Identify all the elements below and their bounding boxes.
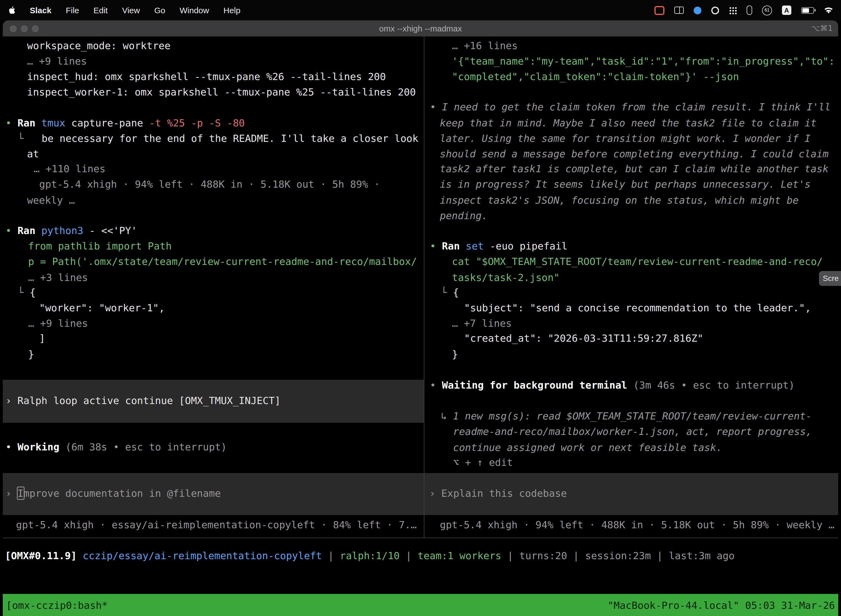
text-segment: }: [28, 348, 34, 360]
text-segment: keep that in mind. Maybe I also need the…: [440, 117, 816, 129]
text-segment: workspace_mode: worktree: [27, 40, 170, 51]
text-segment: }: [452, 348, 458, 360]
text-segment: mprove documentation in @filename: [23, 487, 221, 499]
terminal-line: • Ran set -euo pipefail: [430, 238, 568, 254]
dots-grid-icon[interactable]: [729, 6, 737, 14]
text-segment: (6m 38s • esc to interrupt): [65, 441, 227, 453]
terminal-line: continue assigned work or next feasible …: [453, 440, 722, 455]
text-segment: last:3m ago: [669, 550, 734, 561]
tmux-host-clock: "MacBook-Pro-44.local" 05:03 31-Mar-26: [608, 599, 835, 611]
terminal-line: ↳ 1 new msg(s): read $OMX_TEAM_STATE_ROO…: [441, 408, 812, 424]
wifi-icon[interactable]: [824, 7, 833, 14]
terminal-line: '{"team_name":"my-team","task_id":"1","f…: [452, 54, 835, 69]
terminal-line: inspect_worker-1: omx sparkshell --tmux-…: [27, 84, 416, 100]
text-segment: I need to get the claim token from the c…: [442, 101, 831, 113]
screen-share-popover[interactable]: Scre: [819, 271, 841, 286]
left-pane[interactable]: workspace_mode: worktree… +9 linesinspec…: [3, 37, 424, 538]
text-segment: ralph:1/10: [340, 550, 400, 561]
terminal-content: workspace_mode: worktree… +9 linesinspec…: [3, 37, 838, 616]
terminal-line: • Ran tmux capture-pane -t %25 -p -S -80: [6, 115, 245, 131]
text-segment: •: [430, 379, 442, 391]
text-segment: gpt-5.4 xhigh · 94% left · 488K in · 5.1…: [440, 519, 835, 531]
text-segment: inspect_hud: omx sparkshell --tmux-pane …: [27, 70, 386, 82]
terminal-window: omx --xhigh --madmax ⌥⌘1 workspace_mode:…: [3, 21, 838, 616]
text-segment: 1 new msg(s): read $OMX_TEAM_STATE_ROOT/…: [453, 410, 812, 422]
terminal-line: from pathlib import Path: [28, 238, 171, 254]
menu-item-help[interactable]: Help: [224, 6, 240, 15]
terminal-line: workspace_mode: worktree: [27, 38, 170, 54]
text-segment: set: [466, 240, 490, 252]
blue-app-icon[interactable]: [694, 6, 701, 14]
text-segment: •: [430, 101, 442, 113]
terminal-line: … +7 lines: [452, 316, 512, 331]
text-segment: is in progress? It seems likely but perh…: [440, 178, 811, 190]
text-segment: … +7 lines: [452, 317, 512, 329]
text-segment: turns:20: [519, 550, 567, 561]
text-segment: Waiting for background terminal: [442, 379, 633, 391]
menu-item-view[interactable]: View: [122, 6, 140, 15]
terminal-line: … +3 lines: [28, 270, 88, 285]
capsule-icon[interactable]: [747, 6, 752, 15]
text-segment: task2 after task1 is complete, but can I…: [440, 163, 829, 175]
terminal-line: gpt-5.4 xhigh · 94% left · 488K in · 5.1…: [440, 517, 835, 532]
text-segment: from pathlib import Path: [28, 240, 171, 252]
app-menu-slack[interactable]: Slack: [30, 6, 51, 15]
text-segment: gpt-5.4 xhigh · 94% left · 488K in · 5.1…: [39, 178, 380, 190]
text-segment: ↳: [441, 410, 453, 422]
text-segment: |: [322, 550, 340, 561]
battery-icon[interactable]: [801, 7, 814, 13]
terminal-line: at: [27, 146, 39, 162]
ring-app-icon[interactable]: [711, 6, 719, 14]
text-segment: … +16 lines: [452, 40, 518, 51]
terminal-line: "worker": "worker-1",: [39, 300, 165, 316]
tmux-session-label: [omx-cczip0:bash*: [6, 599, 108, 611]
text-segment: … +3 lines: [28, 271, 88, 283]
terminal-line: gpt-5.4 xhigh · essay/ai-reimplementatio…: [16, 517, 417, 532]
terminal-line: … +16 lines: [452, 38, 518, 54]
text-segment: at: [27, 148, 39, 160]
gauge-icon[interactable]: 61: [762, 5, 772, 15]
terminal-line: "subject": "send a concise recommendatio…: [464, 300, 811, 316]
pane-bottom-border: [3, 538, 838, 538]
tmux-status-bar: [omx-cczip0:bash* "MacBook-Pro-44.local"…: [3, 594, 838, 616]
menu-item-go[interactable]: Go: [154, 6, 165, 15]
text-segment: Ran: [442, 240, 466, 252]
text-segment: "subject": "send a concise recommendatio…: [464, 302, 811, 314]
text-segment: … +9 lines: [27, 55, 87, 67]
text-segment: be necessary for the end of the README. …: [42, 132, 418, 144]
text-segment: inspect_worker-1: omx sparkshell --tmux-…: [27, 86, 416, 98]
text-segment: p = Path('.omx/state/team/review-current…: [28, 255, 417, 267]
terminal-line: ]: [39, 331, 45, 346]
terminal-line: gpt-5.4 xhigh · 94% left · 488K in · 5.1…: [39, 177, 380, 192]
menu-item-window[interactable]: Window: [180, 6, 209, 15]
terminal-line: p = Path('.omx/state/team/review-current…: [28, 254, 417, 269]
menu-item-file[interactable]: File: [66, 6, 79, 15]
terminal-line: … +9 lines: [28, 316, 88, 331]
text-segment: later. Using the same for transition mig…: [440, 132, 811, 144]
title-bar[interactable]: omx --xhigh --madmax ⌥⌘1: [3, 21, 838, 37]
right-pane[interactable]: … +16 lines'{"team_name":"my-team","task…: [424, 37, 838, 538]
window-title: omx --xhigh --madmax: [3, 21, 838, 37]
text-segment: -t %25 -p -S -80: [149, 117, 245, 129]
desktop: Slack File Edit View Go Window Help 61 A: [0, 0, 841, 616]
input-source-icon[interactable]: A: [782, 6, 791, 15]
text-segment: "created_at": "2026-03-31T11:59:27.816Z": [464, 332, 703, 344]
text-segment: › Ralph loop active continue [OMX_TMUX_I…: [6, 395, 281, 406]
text-segment: ⌥ + ↑ edit: [453, 456, 513, 468]
text-segment: |: [501, 550, 519, 561]
text-segment: [OMX#0.11.9]: [5, 550, 77, 561]
text-segment: •: [6, 224, 18, 236]
terminal-line: › Explain this codebase: [429, 486, 567, 501]
text-segment: … +110 lines: [34, 163, 105, 175]
text-segment: pending.: [440, 210, 488, 221]
apple-menu-icon[interactable]: [8, 6, 15, 15]
text-segment: "completed","claim_token":"claim-token"}…: [452, 70, 739, 82]
terminal-line: "created_at": "2026-03-31T11:59:27.816Z": [464, 331, 703, 346]
screen-recording-indicator-icon[interactable]: [655, 6, 664, 15]
text-segment: ›: [6, 487, 18, 499]
terminal-line: └ be necessary for the end of the README…: [18, 131, 418, 146]
window-grid-icon[interactable]: [674, 7, 684, 14]
menu-item-edit[interactable]: Edit: [94, 6, 108, 15]
window-shortcut-badge: ⌥⌘1: [811, 21, 833, 37]
terminal-line: └ {: [441, 285, 459, 300]
